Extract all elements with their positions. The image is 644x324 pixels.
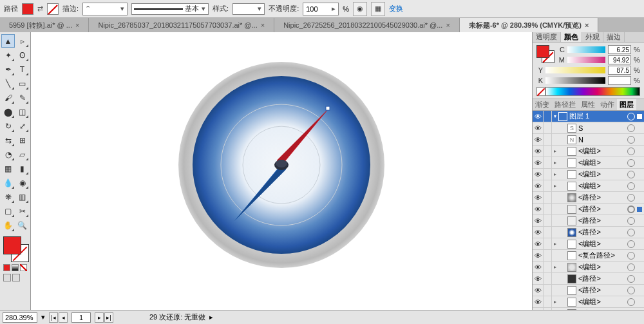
input-m[interactable] [608, 55, 631, 64]
ltab-gradient[interactable]: 渐变 [533, 99, 552, 110]
visibility-icon[interactable]: 👁 [533, 113, 543, 120]
line-tool[interactable]: ╲ [1, 77, 15, 90]
graph-tool[interactable]: ▥ [15, 190, 29, 204]
zoom-menu-icon[interactable]: ▾ [41, 313, 45, 321]
ltab-actions[interactable]: 动作 [598, 99, 617, 110]
recolor-icon[interactable]: ◉ [353, 2, 367, 16]
layer-row[interactable]: 👁N [533, 134, 644, 146]
lock-cell[interactable] [543, 157, 552, 168]
disclosure-icon[interactable]: ▸ [552, 148, 558, 154]
align-icon[interactable]: ▦ [371, 2, 385, 16]
layer-row[interactable]: 👁▸<编组> [533, 169, 644, 180]
slider-y[interactable] [545, 67, 605, 73]
target-icon[interactable] [627, 148, 635, 155]
visibility-icon[interactable]: 👁 [533, 182, 543, 190]
visibility-icon[interactable]: 👁 [533, 171, 543, 178]
ltab-layers[interactable]: 图层 [617, 99, 636, 110]
slice-tool[interactable]: ✂ [15, 204, 29, 218]
lock-cell[interactable] [543, 192, 552, 203]
lock-cell[interactable] [543, 215, 552, 226]
slider-k[interactable] [545, 77, 605, 84]
fill-stroke-control[interactable] [3, 236, 29, 262]
close-icon[interactable]: × [585, 21, 589, 29]
input-c[interactable] [608, 45, 631, 54]
layer-row[interactable]: 👁<路径> [533, 204, 644, 215]
target-icon[interactable] [627, 252, 635, 260]
visibility-icon[interactable]: 👁 [533, 159, 543, 167]
gradient-mode[interactable] [12, 264, 19, 271]
lock-cell[interactable] [543, 250, 552, 261]
target-icon[interactable] [627, 159, 635, 167]
close-icon[interactable]: × [446, 21, 450, 29]
layer-row[interactable]: 👁▸<编组> [533, 146, 644, 157]
visibility-icon[interactable]: 👁 [533, 124, 543, 132]
pen-tool[interactable]: ✒ [1, 62, 15, 76]
eraser-tool[interactable]: ◫ [15, 105, 29, 119]
visibility-icon[interactable]: 👁 [533, 205, 543, 213]
lock-cell[interactable] [543, 134, 552, 145]
lock-cell[interactable] [543, 227, 552, 238]
layer-row[interactable]: 👁<路径> [533, 227, 644, 238]
input-k[interactable] [608, 76, 631, 85]
gradient-tool[interactable]: ▮ [15, 162, 29, 175]
doc-tab-3[interactable]: 未标题-6* @ 280.39% (CMYK/预览)× [460, 18, 599, 32]
screen-normal[interactable] [3, 274, 11, 281]
panel-tab-opacity[interactable]: 透明度 [533, 32, 561, 42]
target-icon[interactable] [627, 287, 635, 294]
transform-link[interactable]: 变换 [389, 4, 403, 14]
disclosure-icon[interactable]: ▸ [552, 160, 558, 166]
visibility-icon[interactable]: 👁 [533, 194, 543, 202]
lock-cell[interactable] [543, 262, 552, 272]
color-mode[interactable] [3, 264, 10, 271]
panel-tab-color[interactable]: 颜色 [561, 32, 582, 42]
lock-cell[interactable] [543, 122, 552, 133]
layer-row[interactable]: 👁<复合路径> [533, 250, 644, 262]
selection-tool[interactable]: ▲ [1, 34, 15, 48]
mesh-tool[interactable]: ▦ [1, 162, 15, 175]
lock-cell[interactable] [543, 111, 552, 122]
lock-cell[interactable] [543, 285, 552, 296]
layer-row[interactable]: 👁S [533, 122, 644, 134]
prev-page-icon[interactable]: ◂ [59, 312, 68, 323]
disclosure-icon[interactable]: ▸ [552, 171, 558, 177]
lock-cell[interactable] [543, 169, 552, 180]
symbol-spray-tool[interactable]: ❋ [1, 190, 15, 204]
lock-cell[interactable] [543, 296, 552, 307]
target-icon[interactable] [627, 182, 635, 190]
none-color[interactable] [536, 87, 545, 96]
visibility-icon[interactable]: 👁 [533, 229, 543, 236]
lock-cell[interactable] [543, 273, 552, 284]
rotate-tool[interactable]: ↻ [1, 119, 15, 133]
visibility-icon[interactable]: 👁 [533, 298, 543, 306]
canvas[interactable] [31, 32, 532, 310]
blob-tool[interactable]: ⬤ [1, 105, 15, 119]
close-icon[interactable]: × [75, 21, 79, 29]
lock-cell[interactable] [543, 180, 552, 191]
fill-swatch[interactable] [22, 3, 33, 15]
layer-row[interactable]: 👁▸<编组> [533, 157, 644, 169]
layer-row[interactable]: 👁▾图层 1 [533, 111, 644, 122]
last-page-icon[interactable]: ▸| [104, 312, 113, 323]
shape-builder-tool[interactable]: ◔ [1, 148, 15, 161]
blend-tool[interactable]: ◉ [15, 176, 29, 189]
ltab-pathfinder[interactable]: 路径拦 [552, 99, 578, 110]
lock-cell[interactable] [543, 204, 552, 214]
magic-wand-tool[interactable]: ✦ [1, 48, 15, 62]
target-icon[interactable] [627, 171, 635, 178]
ltab-attr[interactable]: 属性 [578, 99, 598, 110]
hand-tool[interactable]: ✋ [1, 218, 15, 232]
target-icon[interactable] [627, 217, 635, 225]
layer-row[interactable]: 👁<路径> [533, 273, 644, 285]
brush-tool[interactable]: 🖌 [1, 91, 15, 104]
target-icon[interactable] [627, 124, 635, 132]
visibility-icon[interactable]: 👁 [533, 252, 543, 260]
rect-tool[interactable]: ▭ [15, 77, 29, 90]
first-page-icon[interactable]: |◂ [49, 312, 58, 323]
eyedropper-tool[interactable]: 💧 [1, 176, 15, 189]
visibility-icon[interactable]: 👁 [533, 148, 543, 155]
direct-select-tool[interactable]: ▹ [15, 34, 29, 48]
target-icon[interactable] [627, 113, 635, 120]
doc-tab-0[interactable]: 5959 [转换].ai* @ ...× [0, 18, 89, 32]
visibility-icon[interactable]: 👁 [533, 275, 543, 283]
screen-full[interactable] [12, 274, 20, 281]
